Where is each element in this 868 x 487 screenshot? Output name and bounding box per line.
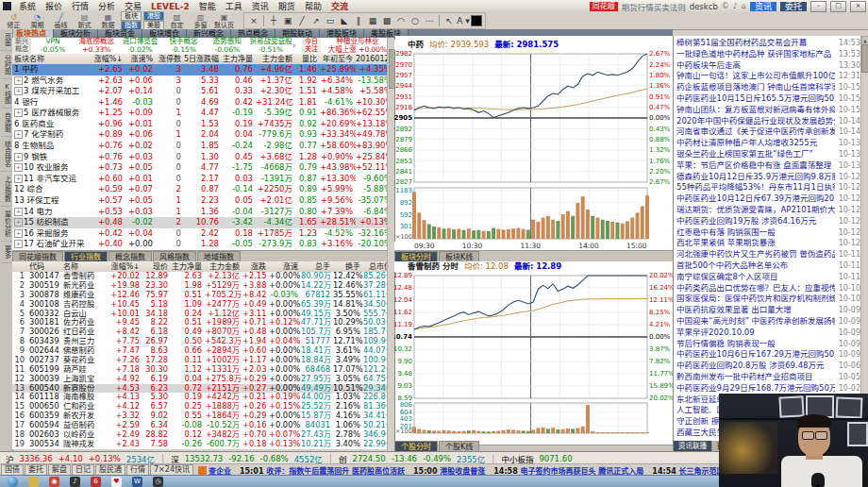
news-item[interactable]: 中药类药品出口优势在哪？巴友人：应重视传统单药10-10 [674, 283, 861, 294]
expand-icon[interactable]: + [14, 130, 23, 139]
stock-row-300147[interactable]: 1300147香雪制药+20.0212.892.63+2.13亿+2.15+0.… [12, 272, 394, 281]
mic-icon[interactable]: ♪ [70, 477, 80, 487]
news-item[interactable]: 中药医药业10月12日斥67.39万港元回购20万股10-12 [674, 193, 861, 205]
expand-icon[interactable]: + [14, 153, 23, 161]
paint-app-icon[interactable] [28, 477, 39, 487]
tool-画线[interactable]: ╱画线 [49, 13, 73, 29]
poker-app-icon[interactable]: ♥ [111, 477, 122, 487]
news-item[interactable]: 红枣稳中有落 购销氛围一般10-12 [674, 227, 861, 239]
tool-周期[interactable]: ◔周期 [25, 13, 49, 29]
menu-item-8[interactable]: 资讯 [247, 2, 274, 11]
menu-item-0[interactable]: 系统 [14, 2, 41, 11]
home-icon[interactable]: ⌂ [742, 2, 746, 10]
concept-item[interactable]: 快手概念-0.15% [162, 38, 206, 54]
today-focus-item[interactable]: 种植业与林业 大幅上涨 +0.00% [321, 38, 394, 54]
sector-row-16[interactable]: +16 采掘服务+0.42+0.0402.420.18+1785万1.23-4.… [12, 228, 394, 240]
sector-row-5[interactable]: +5 医疗器械服务+1.25+0.0914.47-0.19-5.39亿0.91+… [12, 108, 394, 119]
news-item[interactable]: 中药材让清原种植户年人均增收3255元10-13 [674, 138, 861, 149]
stock-row-002644[interactable]: 9002644佛慈制药+7.478.630.66+2894万+0.60+0.00… [12, 346, 394, 356]
draw-tool-6-icon[interactable]: ∥ [352, 15, 365, 27]
sidebar-item-更多[interactable]: 更多 [1, 242, 12, 263]
sector-row-8[interactable]: 8 生物制品+0.76+0.0201.85-0.24-2.98亿0.77+58.… [12, 141, 394, 152]
news-item[interactable]: 首批500个中药大品种名单公布10-11 [674, 260, 861, 272]
expand-icon[interactable]: + [14, 240, 23, 248]
menu-item-6[interactable]: 智能 [194, 2, 221, 11]
draw-tool-9-icon[interactable]: ◠ [394, 15, 408, 27]
minimize-button[interactable]: – [810, 1, 826, 12]
stock-intraday-chart[interactable]: 12.8920.02%12.4816.24%12.0412.11%11.628.… [394, 272, 673, 436]
tool-新式[interactable]: ▤新式 [73, 13, 96, 29]
col-header[interactable]: 主力净量 [171, 261, 205, 272]
info-button[interactable]: 资讯 [750, 2, 776, 11]
news-item[interactable]: 南宁综保区确定8个入区项目10-11 [674, 272, 861, 283]
sector-row-3[interactable]: +3 煤炭开采加工+2.07+0.1405.610.33+2.30亿1.51+4… [12, 86, 394, 97]
sector-row-13[interactable]: 13 环保工程+0.57+0.0512.230.05+2.01亿0.85+9.5… [12, 195, 394, 207]
news-item[interactable]: 中医药抗疫效果显著 出口量大增10-09 [674, 305, 861, 316]
stock-row-300108[interactable]: 4300108吉药控股+10.455.181.09+2477万+0.49+0.0… [12, 300, 394, 310]
draw-tool-8-icon[interactable]: ▩ [380, 15, 393, 27]
stock-row-300534[interactable]: 19300534陇神戎发+2.437.58-0.26-600.7万+0.18+0… [12, 440, 394, 449]
draw-tool-0-icon[interactable]: ┼ [267, 15, 280, 27]
concept-item[interactable]: VPN-0.05% [31, 38, 75, 54]
ticker-item[interactable]: 14:58 电子签约市场再获巨头 腾讯正式入局 [493, 465, 643, 476]
col-header[interactable]: 年初至今 [320, 54, 356, 64]
menu-item-2[interactable]: 行情 [67, 2, 93, 11]
menu-item-9[interactable]: 期货 [274, 2, 300, 11]
badge-icon[interactable]: © [722, 2, 729, 10]
stock-row-000650[interactable]: 15000650仁和药业+4.126.570.25+1888万+0.26+0.1… [12, 402, 394, 411]
tool-多窗[interactable]: ▥多窗 [189, 13, 212, 29]
stock-row-300519[interactable]: 2300519新光药业+19.9823.301.98+5129万+3.88+0.… [12, 281, 394, 291]
color-swatch[interactable] [471, 15, 482, 26]
start-button[interactable] [8, 477, 18, 487]
sector-row-2[interactable]: +2 燃气水务+2.63+0.0635.330.46+1.37亿1.92+6.3… [12, 76, 394, 87]
expand-icon[interactable]: + [14, 229, 23, 238]
ticker-item[interactable]: 15:00 港股收盘普涨 [413, 465, 485, 476]
stock-row-600540[interactable]: 13600540新赛股份+4.536.230.72+2151万+0.27+0.0… [12, 384, 394, 394]
stock-row-300039[interactable]: 12300039上海凯宝+4.926.190.04+275.8万+0.29+0.… [12, 375, 394, 384]
chrome-icon[interactable]: ◉ [49, 477, 59, 487]
col-header[interactable] [12, 261, 27, 272]
draw-tool-7-icon[interactable]: ▦ [366, 15, 379, 27]
news-item[interactable]: 药企板蓝根项目落地澳门 钟南山任首席科学家10-15 [674, 82, 861, 93]
sidebar-item-分时图[interactable]: 分时图 [1, 51, 12, 79]
col-header[interactable]: 主力金额 [205, 261, 242, 272]
sector-row-12[interactable]: 12 综合+0.59+0.0720.87-0.14+2250万0.89+5.99… [12, 184, 394, 195]
sector-row-1[interactable]: 1 中药+2.65+0.0233.480.76+4.96亿1.46+25.89%… [12, 64, 394, 76]
seg-btn-港股[interactable]: 港股 [143, 11, 164, 21]
news-item[interactable]: 中药医药业回购19万股 涉资64.16万元10-12 [674, 216, 861, 227]
draw-tool-11-icon[interactable]: ⋯ [423, 15, 436, 27]
stock-row-300878[interactable]: 3300878维康药业+12.4675.970.51+705.2万+8.42-0… [12, 291, 394, 300]
news-item[interactable]: 节后行情偏稳 购销表现一般10-09 [674, 339, 861, 350]
col-header[interactable]: 涨幅%↓ [93, 54, 125, 64]
index-深[interactable]: 深13532.73-92.16-0.68%4552亿 [165, 453, 328, 464]
ticker-item[interactable]: 15:01 收评：指数午后震荡回升 医药股高位活跃 [240, 465, 405, 476]
tool-默认页[interactable]: ▣默认页 [212, 13, 236, 29]
index-中小板指[interactable]: 中小板指9071.60 [495, 453, 577, 464]
col-header[interactable]: 涨速 [269, 261, 301, 272]
expand-icon[interactable]: + [14, 163, 23, 172]
concept-item[interactable]: 进口博览会-0.02% [118, 38, 161, 54]
tool-数据[interactable]: ▦数据 [96, 13, 120, 29]
col-header[interactable]: 量比 [295, 54, 320, 64]
sidebar-item-K线图[interactable]: K线图 [1, 79, 12, 109]
news-item[interactable]: 中药医药业9月29日斥168.7万港元回购50万股10-02 [674, 383, 861, 395]
draw-tool-1-icon[interactable]: ▣ [281, 15, 294, 27]
cursor-tool-icon[interactable]: ↖ [442, 15, 456, 27]
col-header[interactable]: 涨跌 [242, 261, 269, 272]
col-header[interactable]: 主力净量 [222, 54, 256, 64]
stock-row-603439[interactable]: 8603439贵州三力+7.7526.970.50+542.3万+1.94+0.… [12, 337, 394, 346]
stock-row-601118[interactable]: 14601118海南橡胶+4.135.300.19+4242万+0.21+0.1… [12, 393, 394, 402]
news-scrollbar[interactable]: ▲ ▼ [860, 36, 868, 451]
draw-tool-4-icon[interactable]: ▭ [324, 15, 337, 27]
expand-icon[interactable]: + [14, 109, 23, 117]
expand-icon[interactable]: + [14, 175, 23, 183]
clock-app-icon[interactable]: ◷ [153, 477, 163, 487]
sector-row-7[interactable]: +7 化学制药+0.89+0.0612.040.04-779.6万0.93+33… [12, 129, 394, 141]
stock-row-600594[interactable]: 17600594益佰制药+2.596.34-0.08-10.52万+0.16+0… [12, 421, 394, 430]
sidebar-item-页面[interactable]: 页面 [1, 29, 12, 51]
sidebar-item-量价分析[interactable]: 量价分析 [1, 207, 12, 242]
stock-row-605199[interactable]: 11605199葫芦娃+7.1830.301.12+1331万+2.03+0.0… [12, 365, 394, 375]
col-header[interactable]: 5日涨跌幅 [184, 54, 222, 64]
sector-row-15[interactable]: +15 纺织制造+0.48-0.02210.76-3.42-4.34亿1.65+… [12, 217, 394, 228]
col-header[interactable]: 涨幅%↓ [108, 261, 142, 272]
